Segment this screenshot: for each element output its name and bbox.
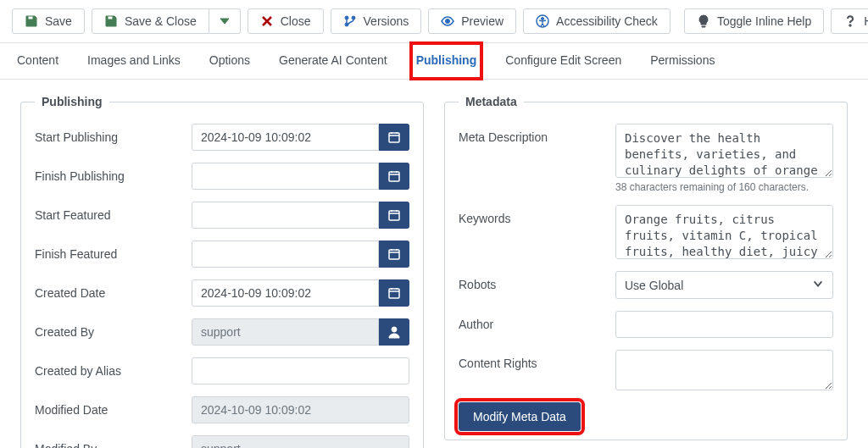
lightbulb-icon [697,14,710,28]
close-button[interactable]: Close [248,8,324,34]
svg-rect-7 [389,133,399,142]
label-modified-by: Modified By [35,435,192,448]
calendar-icon [387,247,401,261]
toggle-help-label: Toggle Inline Help [717,14,811,28]
svg-point-12 [392,327,397,332]
publishing-column: Publishing Start Publishing Finish Publi… [20,95,424,448]
preview-label: Preview [461,14,504,28]
row-modified-date: Modified Date [35,396,409,423]
help-button[interactable]: Help [831,8,868,34]
input-created-date[interactable] [192,279,379,307]
svg-rect-9 [389,211,399,220]
label-robots: Robots [459,271,615,291]
metadata-legend: Metadata [459,95,524,108]
label-author: Author [459,311,615,331]
eye-icon [441,14,454,28]
row-author: Author [459,311,833,338]
tab-options[interactable]: Options [204,43,255,79]
accessibility-icon [536,14,549,28]
metadata-fieldset: Metadata Meta Description Discover the h… [444,95,848,440]
label-finish-featured: Finish Featured [35,241,192,261]
input-modified-date [192,396,409,423]
label-start-publishing: Start Publishing [35,124,192,144]
tabs: Content Images and Links Options Generat… [0,43,868,80]
textarea-meta-description[interactable]: Discover the health benefits, varieties,… [615,124,833,178]
svg-point-3 [446,19,450,24]
input-created-by-alias[interactable] [192,357,409,384]
tab-content[interactable]: Content [12,43,64,79]
svg-point-6 [849,25,851,26]
tab-configure-edit[interactable]: Configure Edit Screen [500,43,626,79]
input-finish-publishing[interactable] [192,163,379,190]
input-start-featured[interactable] [192,202,379,229]
save-close-group: Save & Close [92,8,241,34]
calendar-icon [387,169,401,183]
tab-publishing[interactable]: Publishing [411,43,482,79]
toggle-help-button[interactable]: Toggle Inline Help [684,8,824,34]
textarea-content-rights[interactable] [615,350,833,390]
main: Publishing Start Publishing Finish Publi… [0,80,868,448]
label-created-by-alias: Created by Alias [35,357,192,378]
calendar-button[interactable] [379,163,409,190]
accessibility-button[interactable]: Accessibility Check [523,8,670,34]
row-content-rights: Content Rights [459,350,833,390]
input-finish-featured[interactable] [192,241,379,268]
user-picker-button[interactable] [379,318,409,346]
save-close-dropdown[interactable] [209,8,241,34]
label-meta-description: Meta Description [459,124,615,144]
row-finish-featured: Finish Featured [35,241,409,268]
versions-button[interactable]: Versions [331,8,422,34]
calendar-icon [387,130,401,144]
svg-rect-8 [389,172,399,181]
row-start-featured: Start Featured [35,202,409,229]
calendar-button[interactable] [379,241,409,268]
question-icon [843,14,857,28]
save-button[interactable]: Save [12,8,85,34]
save-close-label: Save & Close [125,14,197,28]
save-close-button[interactable]: Save & Close [92,8,209,34]
calendar-button[interactable] [379,202,409,229]
label-start-featured: Start Featured [35,202,192,222]
branch-icon [343,14,357,28]
versions-label: Versions [364,14,409,28]
svg-point-5 [542,18,544,20]
tab-images-links[interactable]: Images and Links [82,43,186,79]
user-icon [387,325,401,339]
close-icon [260,14,274,28]
svg-rect-11 [389,289,399,298]
row-modified-by: Modified By [35,435,409,448]
chevron-down-icon [812,278,824,292]
row-created-date: Created Date [35,279,409,307]
input-created-by [192,318,379,346]
row-start-publishing: Start Publishing [35,124,409,151]
calendar-button[interactable] [379,279,409,307]
input-start-publishing[interactable] [192,124,379,151]
publishing-fieldset: Publishing Start Publishing Finish Publi… [20,95,424,448]
select-robots-value: Use Global [625,279,683,292]
save-icon [25,14,38,28]
tab-permissions[interactable]: Permissions [645,43,720,79]
chevron-down-icon [218,14,231,28]
row-created-by: Created By [35,318,409,346]
row-robots: Robots Use Global [459,271,833,299]
svg-point-2 [352,16,355,19]
meta-description-hint: 38 characters remaining of 160 character… [615,181,833,193]
calendar-icon [387,208,401,222]
toolbar: Save Save & Close Close Versions Preview [0,0,868,43]
textarea-keywords[interactable]: Orange fruits, citrus fruits, vitamin C,… [615,205,833,259]
publishing-legend: Publishing [35,95,109,108]
calendar-button[interactable] [379,124,409,151]
accessibility-label: Accessibility Check [556,14,658,28]
select-robots[interactable]: Use Global [615,271,833,299]
preview-button[interactable]: Preview [428,8,516,34]
label-modified-date: Modified Date [35,396,192,417]
modify-metadata-button[interactable]: Modify Meta Data [459,402,581,431]
svg-rect-10 [389,250,399,259]
svg-point-0 [345,16,348,19]
label-created-by: Created By [35,318,192,339]
save-icon [104,14,118,28]
input-author[interactable] [615,311,833,338]
calendar-icon [387,286,401,300]
label-content-rights: Content Rights [459,350,615,370]
tab-generate-ai[interactable]: Generate AI Content [274,43,392,79]
